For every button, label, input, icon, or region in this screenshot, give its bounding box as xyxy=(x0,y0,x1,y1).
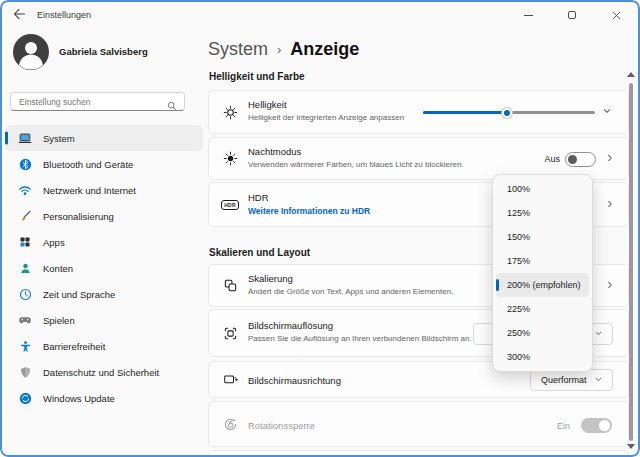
avatar[interactable] xyxy=(13,34,49,70)
titlebar: Einstellungen xyxy=(0,0,640,30)
sidebar-item-label: System xyxy=(43,133,75,144)
minimize-button[interactable] xyxy=(506,0,550,30)
night-light-icon xyxy=(222,151,238,167)
sidebar-item-label: Spielen xyxy=(43,315,75,326)
sidebar-item-label: Zeit und Sprache xyxy=(43,289,115,300)
sidebar-nav: System Bluetooth und Geräte Netzwerk und… xyxy=(5,125,203,411)
night-light-toggle-label: Aus xyxy=(544,154,560,164)
resolution-title: Bildschirmauflösung xyxy=(248,320,333,331)
scrollbar-up-arrow[interactable] xyxy=(627,72,635,77)
scaling-option-150[interactable]: 150% xyxy=(496,225,589,249)
rotation-lock-title: Rotationssperre xyxy=(248,420,315,431)
maximize-button[interactable] xyxy=(550,0,594,30)
scaling-icon xyxy=(222,278,238,294)
hdr-info-link[interactable]: Weitere Informationen zu HDR xyxy=(248,206,370,216)
sidebar-item-label: Datenschutz und Sicherheit xyxy=(43,367,159,378)
shield-icon xyxy=(18,365,32,379)
back-arrow-icon xyxy=(13,8,26,23)
sidebar-item-label: Apps xyxy=(43,237,65,248)
user-name: Gabriela Salvisberg xyxy=(59,46,148,57)
sidebar-item-label: Bluetooth und Geräte xyxy=(43,159,133,170)
page-title: Anzeige xyxy=(290,39,359,60)
rotation-lock-icon xyxy=(222,416,238,432)
sidebar-item-label: Barrierefreiheit xyxy=(43,341,105,352)
section-scale-layout: Skalieren und Layout xyxy=(209,247,310,258)
night-light-toggle[interactable] xyxy=(565,152,596,167)
sidebar-item-label: Windows Update xyxy=(43,393,115,404)
search-icon xyxy=(167,97,177,115)
orientation-icon xyxy=(222,372,238,388)
chevron-right-icon[interactable] xyxy=(604,277,616,295)
chevron-down-icon[interactable] xyxy=(601,103,613,121)
accessibility-icon xyxy=(18,339,32,353)
sidebar-item-gaming[interactable]: Spielen xyxy=(5,307,203,333)
sidebar-item-privacy[interactable]: Datenschutz und Sicherheit xyxy=(5,359,203,385)
brightness-row: Helligkeit Helligkeit der integrierten A… xyxy=(208,90,629,134)
scaling-dropdown: 100% 125% 150% 175% 200% (empfohlen) 225… xyxy=(492,174,593,372)
search-box xyxy=(10,92,185,111)
close-button[interactable] xyxy=(594,0,638,30)
chevron-down-icon xyxy=(593,374,612,387)
scaling-subtitle: Ändert die Größe von Text, Apps und ande… xyxy=(248,287,453,296)
bluetooth-icon xyxy=(18,157,32,171)
sidebar-item-accounts[interactable]: Konten xyxy=(5,255,203,281)
brightness-slider-fill xyxy=(423,111,507,114)
brightness-sun-icon xyxy=(222,104,238,120)
breadcrumb-system[interactable]: System xyxy=(208,39,268,60)
system-icon xyxy=(18,131,32,145)
rotation-lock-toggle xyxy=(581,418,612,433)
sidebar-item-personalization[interactable]: Personalisierung xyxy=(5,203,203,229)
scrollbar-down-arrow[interactable] xyxy=(627,444,635,449)
back-button[interactable] xyxy=(8,5,30,25)
sidebar-item-windows-update[interactable]: Windows Update xyxy=(5,385,203,411)
scaling-option-250[interactable]: 250% xyxy=(496,321,589,345)
close-icon xyxy=(612,6,621,24)
resolution-icon xyxy=(222,325,238,341)
rotation-lock-row: Rotationssperre Ein xyxy=(208,401,629,447)
scaling-option-200-recommended[interactable]: 200% (empfohlen) xyxy=(496,273,589,297)
scrollbar-thumb[interactable] xyxy=(629,83,633,441)
scaling-option-100[interactable]: 100% xyxy=(496,177,589,201)
window-controls xyxy=(506,0,638,30)
app-title: Einstellungen xyxy=(37,0,91,30)
toggle-knob xyxy=(568,155,577,164)
orientation-title: Bildschirmausrichtung xyxy=(248,375,341,386)
scaling-option-175[interactable]: 175% xyxy=(496,249,589,273)
sidebar-item-label: Personalisierung xyxy=(43,211,114,222)
chevron-down-icon xyxy=(593,328,612,341)
brightness-title: Helligkeit xyxy=(248,99,287,110)
orientation-select-value: Querformat xyxy=(531,375,593,385)
brush-icon xyxy=(18,209,32,223)
section-brightness-color: Helligkeit und Farbe xyxy=(209,71,305,82)
search-input[interactable] xyxy=(19,93,164,110)
orientation-select[interactable]: Querformat xyxy=(530,369,613,391)
gamepad-icon xyxy=(18,313,32,327)
partial-next-row xyxy=(208,450,629,457)
sidebar-item-apps[interactable]: Apps xyxy=(5,229,203,255)
settings-window: Einstellungen Gabriela Salvisberg xyxy=(0,0,640,457)
breadcrumb: System › Anzeige xyxy=(208,37,359,61)
minimize-icon xyxy=(524,15,533,16)
update-icon xyxy=(18,391,32,405)
scaling-option-225[interactable]: 225% xyxy=(496,297,589,321)
maximize-icon xyxy=(568,11,576,19)
scaling-title: Skalierung xyxy=(248,273,293,284)
brightness-slider-thumb[interactable] xyxy=(502,108,512,118)
sidebar-item-bluetooth[interactable]: Bluetooth und Geräte xyxy=(5,151,203,177)
toggle-knob xyxy=(599,420,610,431)
breadcrumb-separator: › xyxy=(277,42,281,57)
sidebar-item-system[interactable]: System xyxy=(5,125,203,151)
sidebar-item-label: Netzwerk und Internet xyxy=(43,185,136,196)
brightness-slider[interactable] xyxy=(423,111,595,114)
night-light-subtitle: Verwenden wärmerer Farben, um blaues Lic… xyxy=(248,160,464,169)
scaling-option-300[interactable]: 300% xyxy=(496,345,589,369)
scaling-option-125[interactable]: 125% xyxy=(496,201,589,225)
sidebar-item-accessibility[interactable]: Barrierefreiheit xyxy=(5,333,203,359)
chevron-right-icon[interactable] xyxy=(604,196,616,214)
sidebar-item-time-language[interactable]: Zeit und Sprache xyxy=(5,281,203,307)
apps-icon xyxy=(18,235,32,249)
person-icon xyxy=(18,261,32,275)
sidebar-item-network[interactable]: Netzwerk und Internet xyxy=(5,177,203,203)
chevron-right-icon[interactable] xyxy=(604,150,616,168)
hdr-title: HDR xyxy=(248,192,269,203)
